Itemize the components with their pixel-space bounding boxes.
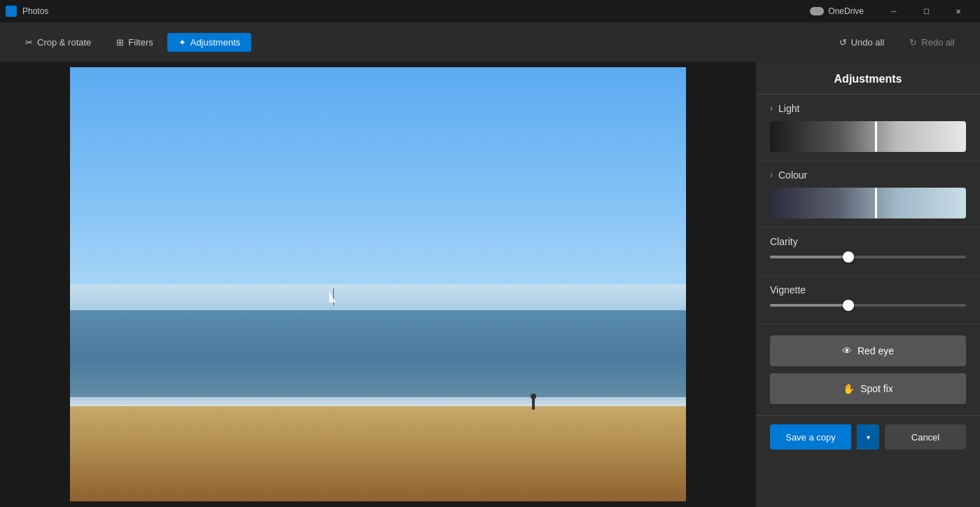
colour-chevron-icon: › <box>770 170 773 180</box>
light-slider-container[interactable] <box>770 121 966 152</box>
crop-rotate-label: Crop & rotate <box>37 37 91 48</box>
clarity-thumb[interactable] <box>843 251 854 263</box>
redo-icon: ↻ <box>909 37 917 48</box>
title-bar-right: OneDrive ─ ☐ ✕ <box>810 0 974 22</box>
filters-label: Filters <box>128 37 153 48</box>
colour-section: › Colour <box>756 161 980 228</box>
onedrive-area: OneDrive <box>810 6 864 16</box>
light-gradient <box>770 121 966 152</box>
panel-header: Adjustments <box>756 62 980 95</box>
light-section-header[interactable]: › Light <box>770 103 966 114</box>
colour-gradient <box>770 188 966 218</box>
light-chevron-icon: › <box>770 104 773 113</box>
adjustments-label: Adjustments <box>190 37 241 48</box>
cancel-label: Cancel <box>911 432 939 443</box>
app-icon <box>6 6 17 17</box>
beach-photo <box>70 67 686 501</box>
minimize-button[interactable]: ─ <box>878 0 910 22</box>
undo-all-label: Undo all <box>851 37 885 48</box>
colour-slider-container[interactable] <box>770 188 966 218</box>
vignette-section: Vignette <box>756 276 980 324</box>
save-copy-button[interactable]: Save a copy <box>770 424 851 450</box>
light-section: › Light <box>756 95 980 161</box>
clarity-section: Clarity <box>756 228 980 276</box>
clarity-track[interactable] <box>770 256 966 258</box>
toolbar: ✂ Crop & rotate ⊞ Filters ✦ Adjustments … <box>0 22 980 62</box>
undo-all-button[interactable]: ↺ Undo all <box>828 33 896 52</box>
vignette-thumb[interactable] <box>843 300 854 311</box>
title-bar-left: Photos <box>6 6 48 17</box>
colour-label: Colour <box>778 169 807 181</box>
red-eye-label: Red eye <box>858 345 894 356</box>
beach-sea <box>70 310 686 405</box>
save-copy-label: Save a copy <box>785 432 836 443</box>
colour-section-header[interactable]: › Colour <box>770 169 966 181</box>
maximize-button[interactable]: ☐ <box>910 0 942 22</box>
redo-all-button[interactable]: ↻ Redo all <box>898 33 966 52</box>
photo-area <box>0 62 756 507</box>
light-slider-thumb <box>875 121 877 152</box>
filters-icon: ⊞ <box>116 37 124 48</box>
spot-fix-label: Spot fix <box>860 383 893 394</box>
redo-all-label: Redo all <box>921 37 955 48</box>
beach-sand <box>70 406 686 501</box>
window-controls: ─ ☐ ✕ <box>878 0 974 22</box>
title-bar: Photos OneDrive ─ ☐ ✕ <box>0 0 980 22</box>
colour-slider-thumb <box>875 188 877 218</box>
clarity-fill <box>770 256 848 258</box>
adjustments-icon: ✦ <box>178 37 186 48</box>
person-silhouette <box>532 397 535 410</box>
light-label: Light <box>778 103 799 114</box>
undo-icon: ↺ <box>839 37 847 48</box>
sailboat <box>329 284 340 305</box>
panel-title: Adjustments <box>834 73 902 85</box>
crop-icon: ✂ <box>25 37 33 48</box>
close-button[interactable]: ✕ <box>942 0 974 22</box>
adjustments-button[interactable]: ✦ Adjustments <box>167 33 252 52</box>
spot-fix-icon: ✋ <box>843 383 855 394</box>
right-panel: Adjustments › Light › Colour <box>756 62 980 507</box>
save-dropdown-button[interactable]: ▾ <box>857 424 879 450</box>
vignette-track[interactable] <box>770 304 966 307</box>
bottom-bar: Save a copy ▾ Cancel <box>756 415 980 458</box>
vignette-fill <box>770 304 848 307</box>
main-area: Adjustments › Light › Colour <box>0 62 980 507</box>
spot-fix-button[interactable]: ✋ Spot fix <box>770 373 966 404</box>
action-buttons: 👁 Red eye ✋ Spot fix <box>756 324 980 415</box>
beach-sky <box>70 67 686 306</box>
cancel-button[interactable]: Cancel <box>885 424 966 450</box>
clarity-label: Clarity <box>770 236 966 247</box>
red-eye-icon: 👁 <box>842 345 852 356</box>
chevron-down-icon: ▾ <box>867 433 870 441</box>
vignette-label: Vignette <box>770 284 966 296</box>
filters-button[interactable]: ⊞ Filters <box>105 33 164 52</box>
onedrive-label: OneDrive <box>828 6 864 16</box>
onedrive-icon <box>810 7 824 15</box>
crop-rotate-button[interactable]: ✂ Crop & rotate <box>14 33 102 52</box>
red-eye-button[interactable]: 👁 Red eye <box>770 335 966 366</box>
app-title: Photos <box>22 6 48 16</box>
